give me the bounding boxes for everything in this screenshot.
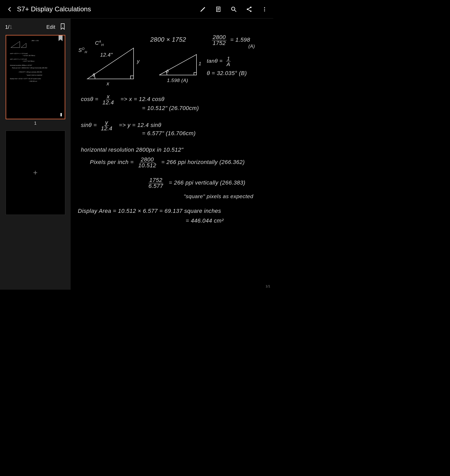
sin-equation: sinθ = y12.4 => y = 12.4 sinθ [81, 120, 161, 131]
share-icon [246, 6, 252, 13]
sidebar-header: 1/1 Edit [3, 21, 68, 34]
triangle-1 [82, 43, 139, 87]
aspect-ratio-fraction: 28001752 = 1.598 [212, 34, 250, 46]
tri2-side-label: 1 [199, 61, 201, 67]
canvas-page-indicator: 1/1 [266, 284, 270, 288]
chevron-left-icon [7, 6, 13, 12]
tan-equation: tanθ = 1A [207, 56, 231, 67]
svg-point-12 [264, 9, 265, 10]
resolution-text: 2800 × 1752 [150, 36, 186, 43]
page-total: 1 [10, 24, 12, 30]
thumbnail-1-label: 1 [3, 121, 68, 126]
page-outline-button[interactable] [214, 5, 222, 13]
cos-equation: cosθ = x12.4 => x = 12.4 cosθ [81, 94, 164, 105]
tri1-hyp-label: 12.4" [100, 52, 113, 58]
square-pixels-note: "square" pixels as expected [184, 193, 253, 199]
svg-point-4 [231, 7, 235, 10]
app-body: 1/1 Edit 2800 × 1752 cosθ = x/12.4 => [0, 19, 273, 290]
display-area-line1: Display Area = 10.512 × 6.577 = 69.137 s… [78, 208, 221, 214]
app-header: S7+ Display Calculations [0, 0, 273, 19]
back-button[interactable] [5, 4, 15, 14]
svg-line-5 [235, 10, 236, 12]
theta-equation: θ = 32.035° (B) [207, 70, 247, 77]
tri1-x-label: x [107, 81, 109, 87]
edit-pen-button[interactable] [199, 5, 207, 13]
tri2-theta-label: θ [166, 69, 169, 74]
cos-result: = 10.512" (26.700cm) [142, 105, 199, 112]
display-area-line2: = 446.044 cm² [186, 217, 224, 224]
plus-icon: + [33, 168, 38, 177]
page-current: 1/ [5, 24, 10, 30]
page-icon [215, 6, 221, 12]
sin-result: = 6.577" (16.706cm) [142, 130, 196, 137]
more-button[interactable] [260, 5, 269, 13]
add-page-button[interactable]: + [6, 131, 65, 215]
header-actions [199, 5, 269, 13]
svg-line-10 [248, 10, 250, 11]
search-icon [230, 6, 237, 13]
search-button[interactable] [230, 5, 238, 13]
more-vertical-icon [262, 6, 267, 12]
svg-point-11 [264, 7, 265, 8]
bookmark-button[interactable] [60, 23, 65, 31]
page-thumbnail-1[interactable]: 2800 × 1752 cosθ = x/12.4 => x = 12.4 co… [6, 35, 65, 119]
sidebar-header-actions: Edit [46, 23, 65, 31]
share-button[interactable] [245, 5, 253, 13]
triangle-2 [155, 49, 202, 80]
hres-text: horizontal resolution 2800px in 10.512" [81, 147, 183, 153]
tri1-y-label: y [137, 58, 140, 64]
bookmark-outline-icon [60, 23, 65, 30]
ppi-horizontal: Pixels per inch = 280010.512 = 266 ppi h… [90, 157, 245, 168]
ppi-vertical: 17526.577 = 266 ppi vertically (266.383) [148, 177, 245, 189]
page-title: S7+ Display Calculations [17, 5, 199, 13]
edit-button[interactable]: Edit [46, 24, 55, 30]
pencil-icon [200, 6, 206, 13]
tri1-theta-label: θ [92, 72, 95, 78]
svg-line-9 [248, 7, 250, 9]
thumbnail-preview: 2800 × 1752 cosθ = x/12.4 => x = 12.4 co… [8, 39, 62, 115]
note-canvas[interactable]: SOH CAH 12.4" x y θ 2800 × 1752 28001752… [71, 19, 273, 290]
svg-point-13 [264, 10, 265, 11]
thumbnail-more-button[interactable]: ••• [60, 113, 62, 116]
page-sidebar: 1/1 Edit 2800 × 1752 cosθ = x/12.4 => [0, 19, 71, 290]
page-counter: 1/1 [5, 24, 12, 30]
aspect-ratio-label: (A) [248, 44, 255, 49]
tri2-base-label: 1.598 (A) [167, 78, 188, 83]
